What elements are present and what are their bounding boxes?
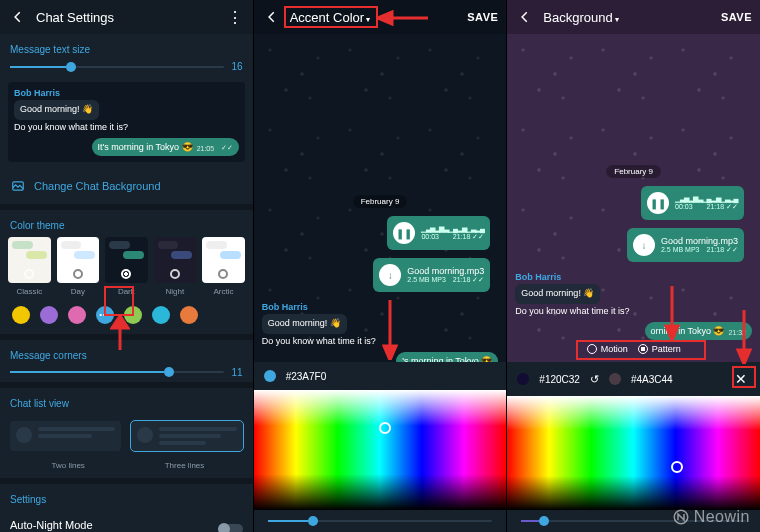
outgoing-bubble: It's morning in Tokyo 😎21:05 ✓✓ [92,138,239,156]
close-icon[interactable]: ✕ [732,370,750,388]
page-title: Chat Settings [36,10,225,25]
incoming-bubble: Good morning! 👋 [262,314,347,334]
spectrum[interactable] [507,396,760,510]
sender-name: Bob Harris [515,272,752,282]
auto-night-row[interactable]: Auto-Night ModeOff [0,511,253,532]
theme-day[interactable] [57,237,100,283]
accent-dot[interactable] [12,306,30,324]
hex-value-2: #4A3C44 [631,374,673,385]
back-icon[interactable] [262,7,282,27]
back-icon[interactable] [8,7,28,27]
theme-night[interactable] [154,237,197,283]
date-chip: February 9 [606,165,661,178]
play-icon[interactable]: ❚❚ [647,192,669,214]
accent-more[interactable]: ••• [96,306,114,324]
download-icon[interactable]: ↓ [379,264,401,286]
settings-label: Settings [0,484,253,511]
save-button[interactable]: SAVE [467,11,498,23]
chat-list-view-label: Chat list view [0,388,253,415]
accent-dot[interactable] [152,306,170,324]
audio-file[interactable]: ↓ Good morning.mp3 2.5 MB MP321:18 ✓✓ [373,258,490,292]
theme-list [0,237,253,283]
text-size-label: Message text size [0,34,253,61]
chat-list-three-lines[interactable] [131,421,242,451]
incoming-bubble: Good morning! 👋 [515,284,600,304]
sender-name: Bob Harris [262,302,499,312]
accent-dot[interactable] [180,306,198,324]
image-icon [10,178,26,194]
text-size-slider[interactable] [10,66,224,68]
page-title[interactable]: Accent Color▾ [290,10,468,25]
color-swatch-2[interactable] [609,373,621,385]
theme-labels: ClassicDayDarkNightArctic [0,283,253,304]
chat-preview: Bob Harris Good morning! 👋 Do you know w… [8,82,245,162]
waveform: ▁▃▅▂▆▃▁▄▂▅▁▃▂▄ [421,225,484,233]
watermark: Neowin [672,508,750,526]
date-chip: February 9 [353,195,408,208]
motion-toggle[interactable]: Motion [587,344,628,354]
incoming-bubble: Good morning! 👋 [14,100,99,120]
incoming-line: Do you know what time it is? [515,306,752,316]
text-size-value: 16 [232,61,243,72]
incoming-line: Do you know what time it is? [14,122,239,132]
theme-arctic[interactable] [202,237,245,283]
incoming-line: Do you know what time it is? [262,336,499,346]
corners-label: Message corners [0,340,253,367]
change-background-link[interactable]: Change Chat Background [0,168,253,210]
pattern-toggle[interactable]: Pattern [638,344,681,354]
color-theme-label: Color theme [0,210,253,237]
color-swatch-1[interactable] [517,373,529,385]
spectrum[interactable] [254,390,507,510]
background-pane: Background▾ SAVE February 9 ❚❚ ▁▃▅▂▆▃▁▄▂… [507,0,760,532]
accent-dot[interactable] [40,306,58,324]
page-title[interactable]: Background▾ [543,10,721,25]
header: Accent Color▾ SAVE [254,0,507,34]
download-icon[interactable]: ↓ [633,234,655,256]
outgoing-bubble: orning in Tokyo 😎21:32 [645,322,752,340]
waveform: ▁▃▅▂▆▃▁▄▂▅▁▃▂▄ [675,195,738,203]
color-picker: #120C32 ↺ #4A3C44 ✕ [507,362,760,532]
accent-colors: ••• [0,304,253,334]
more-icon[interactable]: ⋮ [225,8,245,27]
play-icon[interactable]: ❚❚ [393,222,415,244]
voice-message[interactable]: ❚❚ ▁▃▅▂▆▃▁▄▂▅▁▃▂▄ 00:0321:18 ✓✓ [387,216,490,250]
header: Chat Settings ⋮ [0,0,253,34]
chevron-down-icon: ▾ [615,15,619,24]
color-picker: #23A7F0 [254,362,507,532]
theme-classic[interactable] [8,237,51,283]
spectrum-cursor[interactable] [671,461,683,473]
header: Background▾ SAVE [507,0,760,34]
hex-value-1: #120C32 [539,374,580,385]
sender-name: Bob Harris [14,88,239,98]
theme-dark[interactable] [105,237,148,283]
accent-dot[interactable] [124,306,142,324]
hue-slider[interactable] [268,520,493,522]
audio-file[interactable]: ↓ Good morning.mp3 2.5 MB MP321:18 ✓✓ [627,228,744,262]
auto-night-toggle[interactable] [219,524,243,532]
settings-pane: Chat Settings ⋮ Message text size 16 Bob… [0,0,254,532]
spectrum-cursor[interactable] [379,422,391,434]
color-swatch[interactable] [264,370,276,382]
corners-value: 11 [232,367,243,378]
corners-slider[interactable] [10,371,224,373]
accent-dot[interactable] [68,306,86,324]
change-background-label: Change Chat Background [34,180,161,192]
back-icon[interactable] [515,7,535,27]
hex-value: #23A7F0 [286,371,327,382]
voice-message[interactable]: ❚❚ ▁▃▅▂▆▃▁▄▂▅▁▃▂▄ 00:0321:18 ✓✓ [641,186,744,220]
chevron-down-icon: ▾ [366,15,370,24]
save-button[interactable]: SAVE [721,11,752,23]
accent-color-pane: Accent Color▾ SAVE February 9 ❚❚ ▁▃▅▂▆▃▁… [254,0,508,532]
swap-icon[interactable]: ↺ [590,373,599,386]
chat-list-two-lines[interactable] [10,421,121,451]
